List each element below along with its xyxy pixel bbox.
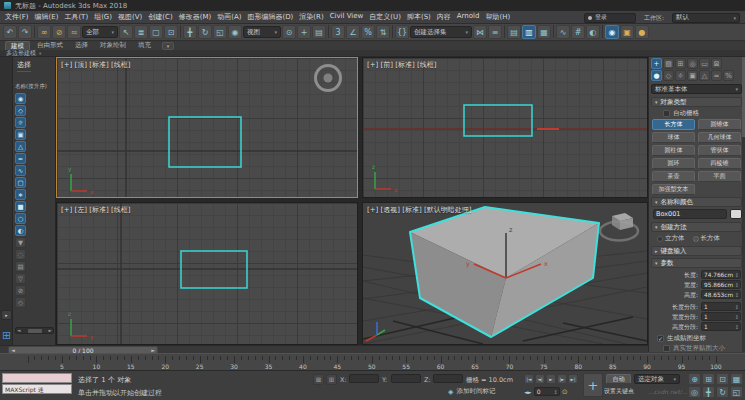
menu-rendering[interactable]: 渲染(R) <box>299 12 323 22</box>
menu-create[interactable]: 创建(C) <box>148 12 172 22</box>
pan-view-icon[interactable]: ╋ <box>702 386 715 398</box>
select-by-name-icon[interactable]: ≣ <box>134 25 148 39</box>
cone-button[interactable]: 圆锥体 <box>698 119 741 130</box>
display-hidden-icon[interactable]: ○ <box>15 213 26 224</box>
ribbon-tab-freeform[interactable]: 自由形式 <box>32 41 68 50</box>
set-keys-button[interactable]: + <box>583 373 603 397</box>
bind-to-space-warp-icon[interactable]: ≈ <box>67 25 81 39</box>
viewport-front[interactable]: [+] [前] [标准] [线框] x z <box>362 57 648 198</box>
display-materials-icon[interactable]: ◐ <box>15 225 26 236</box>
viewport-perspective-label[interactable]: [+] [透视] [标准] [默认明暗处理] <box>367 205 471 215</box>
go-to-end-button[interactable]: ►| <box>568 374 578 384</box>
select-and-move-icon[interactable]: ╋ <box>183 25 197 39</box>
teapot-button[interactable]: 茶壶 <box>652 171 695 182</box>
zoom-extents-icon[interactable]: ⊡ <box>716 373 729 385</box>
object-color-swatch[interactable] <box>730 209 742 219</box>
ribbon-tab-object-paint[interactable]: 对象绘制 <box>95 41 131 50</box>
menu-animation[interactable]: 动画(A) <box>217 12 241 22</box>
selection-lock-toggle-icon[interactable]: ⊠ <box>313 374 324 385</box>
display-bones-icon[interactable]: ∿ <box>15 165 26 176</box>
geosphere-button[interactable]: 几何球体 <box>698 132 741 143</box>
scene-explorer-scrollbar[interactable]: ◄► <box>15 327 54 334</box>
keyboard-shortcut-override-icon[interactable]: ▤ <box>312 25 326 39</box>
display-particles-icon[interactable]: ∗ <box>15 189 26 200</box>
material-editor-icon[interactable]: ◐ <box>586 25 600 39</box>
rectangular-selection-region-icon[interactable]: ▢ <box>149 25 163 39</box>
display-spacewarps-icon[interactable]: ≈ <box>15 153 26 164</box>
ribbon-minimize-icon[interactable]: ▾ <box>162 42 174 50</box>
systems-category-icon[interactable]: % <box>723 70 734 81</box>
select-and-scale-icon[interactable]: ◱ <box>213 25 227 39</box>
named-selection-sets-dropdown[interactable]: 创建选择集 <box>410 26 472 38</box>
reference-coordinate-dropdown[interactable]: 视图 <box>243 26 281 38</box>
menu-modifiers[interactable]: 修改器(M) <box>179 12 212 22</box>
orbit-icon[interactable]: ↻ <box>716 386 729 398</box>
keyboard-entry-rollout[interactable]: 键盘输入 <box>651 246 742 256</box>
maxscript-mini-listener-label[interactable]: MAXScript 迷 <box>2 384 72 394</box>
width-segs-field[interactable]: 1 <box>701 312 741 321</box>
plane-button[interactable]: 平面 <box>698 171 741 182</box>
play-button[interactable]: ► <box>546 374 556 384</box>
auto-key-button[interactable]: 自动 <box>606 374 631 384</box>
schematic-view-icon[interactable]: # <box>571 25 585 39</box>
current-frame-field[interactable]: 0 <box>534 387 560 396</box>
scene-explorer-column-header[interactable]: 名称(按升序) <box>15 83 55 90</box>
cube-radio[interactable]: 立方体 <box>657 234 685 243</box>
width-field[interactable]: 95.866cm <box>701 280 741 289</box>
display-frozen-icon[interactable]: ■ <box>15 201 26 212</box>
redo-icon[interactable]: ↷ <box>18 25 32 39</box>
select-and-manipulate-icon[interactable]: + <box>297 25 311 39</box>
previous-frame-button[interactable]: ◄| <box>535 374 545 384</box>
motion-tab-icon[interactable]: ◎ <box>687 58 698 69</box>
display-lights-icon[interactable]: ☼ <box>15 117 26 128</box>
x-coord-field[interactable] <box>349 374 379 383</box>
torus-button[interactable]: 圆环 <box>652 158 695 169</box>
rendered-frame-window-icon[interactable]: ▣ <box>620 25 634 39</box>
layout-flyout-arrow-icon[interactable]: ▸ <box>1 310 12 320</box>
menu-file[interactable]: 文件(F) <box>5 12 29 22</box>
menu-group[interactable]: 组(G) <box>94 12 112 22</box>
length-segs-field[interactable]: 1 <box>701 302 741 311</box>
hierarchy-tab-icon[interactable]: ⊞ <box>675 58 686 69</box>
spacewarps-category-icon[interactable]: ≈ <box>711 70 722 81</box>
name-color-rollout[interactable]: 名称和颜色 <box>651 197 742 207</box>
list-view-icon[interactable]: ▤ <box>15 261 26 272</box>
box-button[interactable]: 长方体 <box>652 119 695 130</box>
select-and-rotate-icon[interactable]: ↻ <box>198 25 212 39</box>
layer-manager-icon[interactable]: ▤ <box>507 25 521 39</box>
y-coord-field[interactable] <box>391 374 421 383</box>
primitive-category-dropdown[interactable]: 标准基本体 <box>651 84 742 94</box>
angle-snap-icon[interactable]: ∠ <box>346 25 360 39</box>
track-bar-ruler[interactable]: 5101520253035404550556065707580859095100 <box>0 353 745 371</box>
curve-editor-icon[interactable]: ∿ <box>556 25 570 39</box>
ribbon-tab-populate[interactable]: 填充 <box>133 41 156 50</box>
scrollbar-thumb[interactable] <box>28 329 42 333</box>
spinner-snap-icon[interactable]: ⇅ <box>376 25 390 39</box>
menu-scripting[interactable]: 脚本(S) <box>407 12 431 22</box>
menu-edit[interactable]: 编辑(E) <box>35 12 59 22</box>
align-icon[interactable]: ≡ <box>488 25 502 39</box>
ribbon-panel-strip[interactable]: 多边形建模 <box>0 50 745 57</box>
add-time-tag[interactable]: ◈添加时间标记 <box>448 387 495 396</box>
geometry-category-icon[interactable]: ● <box>651 70 662 81</box>
utilities-tab-icon[interactable]: ⊠ <box>711 58 722 69</box>
display-geometry-icon[interactable]: ◉ <box>15 93 26 104</box>
menu-content[interactable]: 内容 <box>437 12 451 22</box>
parameters-rollout[interactable]: 参数 <box>651 258 742 268</box>
scroll-right-icon[interactable]: ► <box>49 328 52 333</box>
key-mode-icon[interactable]: ◄► <box>524 389 532 395</box>
viewport-left[interactable]: [+] [左] [标准] [线框] y z <box>56 202 358 345</box>
mirror-icon[interactable]: ⋈ <box>473 25 487 39</box>
pyramid-button[interactable]: 四棱锥 <box>698 158 741 169</box>
viewport-layout-grid-icon[interactable]: ⊞ <box>0 328 13 342</box>
autogrid-checkbox[interactable]: 自动栅格 <box>663 109 699 118</box>
cylinder-button[interactable]: 圆柱体 <box>652 145 695 156</box>
go-to-start-button[interactable]: |◄ <box>524 374 534 384</box>
viewcube[interactable] <box>600 213 638 241</box>
helpers-category-icon[interactable]: △ <box>699 70 710 81</box>
scroll-left-icon[interactable]: ◄ <box>17 328 20 333</box>
ribbon-toggle-icon[interactable]: ▦ <box>537 25 551 39</box>
viewport-top-label[interactable]: [+] [顶] [标准] [线框] <box>61 60 130 70</box>
generate-mapping-coords-checkbox[interactable]: ✓生成贴图坐标 <box>657 334 706 343</box>
select-object-icon[interactable]: ↖ <box>119 25 133 39</box>
